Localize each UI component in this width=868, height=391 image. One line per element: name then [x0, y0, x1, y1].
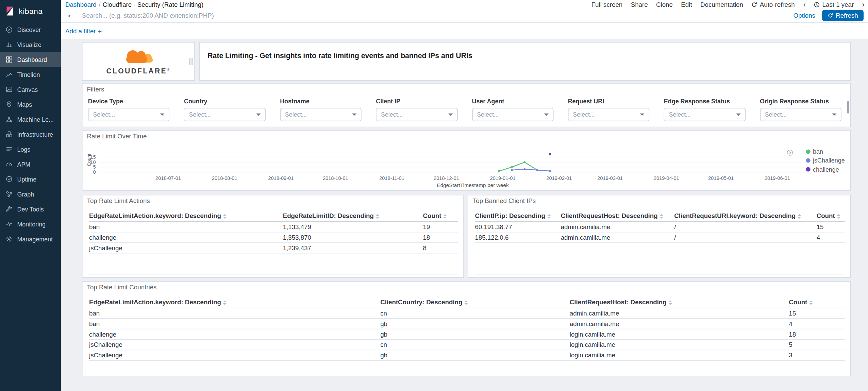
column-header[interactable]: Count: [817, 211, 845, 222]
timelion-icon: [5, 71, 13, 78]
svg-text:2019-05-01: 2019-05-01: [708, 175, 734, 181]
sidebar-item-management[interactable]: Management: [0, 231, 61, 246]
origin-response-status-select[interactable]: Select...: [760, 108, 841, 121]
sort-icon[interactable]: [837, 214, 840, 218]
sort-icon[interactable]: [465, 301, 468, 305]
column-header[interactable]: ClientRequestHost: Descending: [570, 297, 789, 308]
rate-limit-chart-svg[interactable]: 0510152018-07-012018-08-012018-09-012018…: [88, 150, 852, 190]
auto-refresh-icon: [751, 1, 757, 7]
svg-text:2018-08-01: 2018-08-01: [212, 175, 237, 181]
scrollbar-thumb[interactable]: [847, 101, 849, 114]
sort-icon[interactable]: [223, 301, 227, 305]
sort-icon[interactable]: [809, 301, 813, 305]
sidebar-item-visualize[interactable]: Visualize: [0, 37, 61, 52]
table-cell: 1,239,437: [283, 243, 423, 253]
hostname-select[interactable]: Select...: [280, 108, 362, 121]
plus-icon[interactable]: +: [98, 28, 102, 34]
client-ip-select[interactable]: Select...: [376, 108, 457, 121]
legend-item[interactable]: jsChallenge: [806, 157, 845, 164]
table-cell: login.camilia.me: [570, 340, 789, 350]
sidebar-item-maps[interactable]: Maps: [0, 97, 61, 112]
sidebar-item-label: Dev Tools: [17, 206, 44, 213]
breadcrumb-dashboard-link[interactable]: Dashboard: [65, 1, 97, 8]
cloudflare-cloud-icon: [108, 48, 169, 66]
sort-icon[interactable]: [798, 214, 801, 218]
edit-button[interactable]: Edit: [681, 1, 692, 8]
sort-icon[interactable]: [376, 214, 379, 218]
table-cell: 185.122.0.6: [475, 232, 561, 243]
filter-field-client-ip: Client IP Select...: [376, 98, 457, 121]
sidebar-item-timelion[interactable]: Timelion: [0, 67, 61, 82]
column-header[interactable]: ClientRequestHost: Descending: [561, 211, 674, 222]
table-cell: 5: [789, 340, 845, 350]
sidebar-item-dashboard[interactable]: Dashboard: [0, 52, 61, 67]
table-cell: 19: [423, 222, 458, 232]
table-row: 60.191.38.77admin.camilia.me/15: [475, 222, 845, 232]
time-prev-button[interactable]: ‹: [803, 1, 806, 8]
filter-label: Origin Response Status: [760, 98, 841, 105]
table-cell: jsChallenge: [89, 350, 380, 360]
sidebar-item-apm[interactable]: APM: [0, 157, 61, 172]
sidebar-item-monitoring[interactable]: Monitoring: [0, 216, 61, 231]
table-row: bangbadmin.camilia.me4: [89, 319, 845, 329]
legend-item[interactable]: ban: [806, 148, 845, 155]
column-header[interactable]: EdgeRateLimitAction.keyword: Descending: [89, 211, 283, 222]
table-cell: login.camilia.me: [570, 329, 789, 340]
panel-title: Filters: [87, 86, 104, 92]
time-range-button[interactable]: Last 1 year: [814, 1, 854, 8]
sort-icon[interactable]: [223, 214, 227, 218]
machine-learning-icon: [5, 116, 13, 123]
sidebar-item-dev-tools[interactable]: Dev Tools: [0, 201, 61, 216]
panel-title: Top Rate Limit Actions: [87, 198, 150, 204]
sidebar-item-logs[interactable]: Logs: [0, 142, 61, 157]
kibana-logo[interactable]: kibana: [0, 0, 61, 22]
sidebar-item-canvas[interactable]: Canvas: [0, 82, 61, 97]
svg-text:2018-10-01: 2018-10-01: [323, 175, 348, 181]
refresh-button[interactable]: Refresh: [822, 10, 864, 21]
table-row: bancnadmin.camilia.me15: [89, 308, 845, 319]
column-header[interactable]: EdgeRateLimitID: Descending: [283, 211, 423, 222]
device-type-select[interactable]: Select...: [88, 108, 170, 121]
user-agent-select[interactable]: Select...: [472, 108, 553, 121]
share-button[interactable]: Share: [631, 1, 648, 8]
column-header[interactable]: ClientIP.ip: Descending: [475, 211, 561, 222]
sidebar-item-machine-learning[interactable]: Machine Le...: [0, 112, 61, 127]
table-cell: jsChallenge: [89, 340, 380, 350]
column-header[interactable]: Count: [789, 297, 845, 308]
column-header[interactable]: ClientCountry: Descending: [380, 297, 570, 308]
sort-icon[interactable]: [444, 214, 447, 218]
table-cell: 60.191.38.77: [475, 222, 561, 232]
svg-text:EdgeStartTimestamp per week: EdgeStartTimestamp per week: [437, 182, 509, 188]
options-link[interactable]: Options: [793, 12, 815, 19]
request-uri-select[interactable]: Select...: [568, 108, 650, 121]
column-header[interactable]: EdgeRateLimitAction.keyword: Descending: [89, 297, 380, 308]
filter-field-edge-response-status: Edge Response Status Select...: [664, 98, 746, 121]
search-input[interactable]: [81, 12, 787, 19]
sidebar-item-graph[interactable]: Graph: [0, 186, 61, 201]
filter-field-hostname: Hostname Select...: [280, 98, 362, 121]
add-filter-button[interactable]: Add a filter: [65, 28, 96, 34]
clone-button[interactable]: Clone: [656, 1, 673, 8]
country-select[interactable]: Select...: [184, 108, 266, 121]
edge-response-status-select[interactable]: Select...: [664, 108, 746, 121]
sort-icon[interactable]: [669, 301, 672, 305]
full-screen-button[interactable]: Full screen: [591, 1, 623, 8]
time-next-button[interactable]: ›: [862, 1, 865, 8]
sort-icon[interactable]: [548, 214, 551, 218]
sort-icon[interactable]: [660, 214, 663, 218]
table-cell: /: [674, 222, 816, 232]
sidebar-item-uptime[interactable]: Uptime: [0, 172, 61, 187]
auto-refresh-button[interactable]: Auto-refresh: [751, 1, 795, 8]
sidebar-item-infrastructure[interactable]: Infrastructure: [0, 127, 61, 142]
table-cell: gb: [380, 319, 570, 329]
legend-item[interactable]: challenge: [806, 166, 845, 173]
legend-toggle-button[interactable]: [787, 149, 794, 156]
table-cell: cn: [380, 308, 570, 319]
table-cell: ban: [89, 308, 380, 319]
column-header[interactable]: Count: [423, 211, 458, 222]
sidebar-item-discover[interactable]: Discover: [0, 22, 61, 37]
column-header[interactable]: ClientRequestURI.keyword: Descending: [674, 211, 816, 222]
documentation-button[interactable]: Documentation: [700, 1, 743, 8]
table-row: jsChallengegblogin.camilia.me3: [89, 350, 845, 360]
panel-resize-handle[interactable]: [189, 58, 193, 65]
